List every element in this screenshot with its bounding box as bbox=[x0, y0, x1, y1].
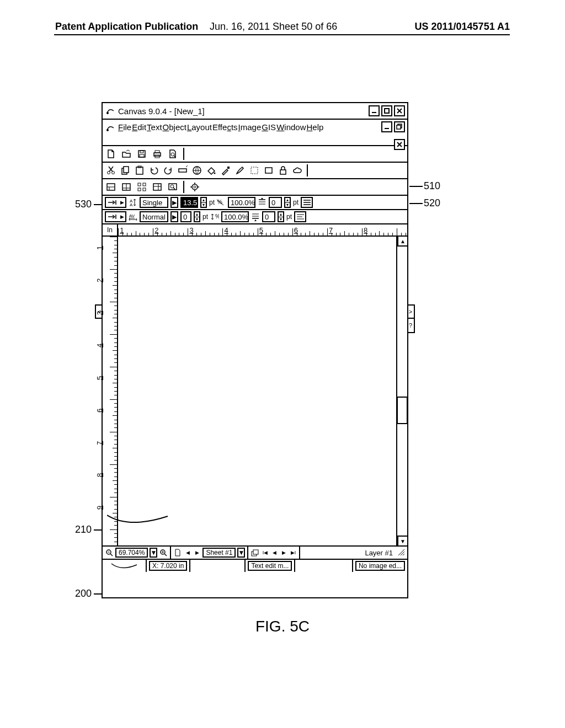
callout-530: 530 bbox=[75, 199, 92, 210]
eyedropper-icon[interactable] bbox=[221, 165, 231, 175]
menu-image[interactable]: Image bbox=[238, 122, 262, 132]
tracking-spinner[interactable]: ▲▼ bbox=[194, 211, 200, 222]
copy-icon[interactable] bbox=[120, 165, 130, 175]
open-icon[interactable] bbox=[121, 149, 131, 159]
paste-icon[interactable] bbox=[135, 165, 145, 175]
callout-210: 210 bbox=[75, 524, 92, 536]
layout-a-icon[interactable] bbox=[106, 182, 116, 192]
toolbar-edit bbox=[103, 163, 407, 179]
pub-left: Patent Application Publication bbox=[55, 21, 198, 32]
menu-bar: File Edit Text Object Layout Effects Ima… bbox=[103, 120, 407, 146]
height-pct-field[interactable]: 100.0% bbox=[221, 211, 249, 222]
fill-bucket-icon[interactable] bbox=[206, 165, 216, 175]
kerning-select[interactable]: Normal bbox=[140, 211, 168, 222]
menu-edit[interactable]: Edit bbox=[132, 122, 146, 132]
scroll-up-button[interactable]: ▲ bbox=[397, 237, 407, 247]
page-next-button[interactable]: ▶ bbox=[193, 549, 201, 556]
preview-icon[interactable] bbox=[168, 149, 178, 159]
layer-prev-button[interactable]: ◀ bbox=[270, 549, 278, 556]
svg-line-89 bbox=[403, 554, 404, 555]
tab-style-selector[interactable]: ▶ bbox=[105, 197, 126, 208]
select-icon[interactable] bbox=[249, 165, 259, 175]
indent-field[interactable]: 0 bbox=[269, 197, 282, 208]
svg-point-5 bbox=[106, 129, 109, 131]
spacing-select[interactable]: Single bbox=[140, 197, 168, 208]
menu-file[interactable]: File bbox=[118, 122, 131, 132]
layer-first-button[interactable]: I◀ bbox=[261, 549, 269, 556]
gears-icon[interactable] bbox=[190, 182, 200, 192]
pt-label-2: pt bbox=[293, 199, 299, 206]
indent2-spinner[interactable]: ▲▼ bbox=[278, 211, 284, 222]
doc-close-button[interactable] bbox=[394, 139, 405, 150]
help-handle[interactable]: ? bbox=[407, 319, 415, 333]
zoom-out-icon[interactable] bbox=[105, 548, 114, 558]
maximize-button[interactable] bbox=[381, 105, 392, 116]
page-prev-button[interactable]: ◀ bbox=[184, 549, 191, 556]
sheet-field[interactable]: Sheet #1 bbox=[202, 548, 236, 558]
link-icon[interactable] bbox=[178, 165, 188, 175]
minimize-button[interactable] bbox=[369, 105, 380, 116]
svg-rect-34 bbox=[280, 170, 286, 174]
rect-icon[interactable] bbox=[264, 165, 274, 175]
svg-rect-86 bbox=[253, 550, 258, 554]
scroll-down-button[interactable]: ▼ bbox=[397, 536, 407, 545]
justify-icon-2[interactable] bbox=[294, 211, 306, 222]
menu-object[interactable]: Object bbox=[163, 122, 186, 132]
tab-style-selector-2[interactable]: ▶ bbox=[105, 211, 126, 222]
print-icon[interactable] bbox=[152, 149, 162, 159]
cut-icon[interactable] bbox=[106, 165, 116, 175]
dropdown-icon[interactable]: ▶ bbox=[170, 211, 178, 222]
size-spinner[interactable]: ▲▼ bbox=[200, 197, 207, 208]
new-icon[interactable] bbox=[106, 149, 116, 159]
scroll-right-handle[interactable]: > bbox=[407, 304, 415, 319]
resize-grip-icon[interactable] bbox=[397, 548, 405, 558]
pt-label-4: pt bbox=[286, 213, 292, 221]
width-pct-field[interactable]: 100.0% bbox=[228, 197, 255, 208]
layers-icon[interactable] bbox=[250, 548, 259, 558]
menu-text[interactable]: Text bbox=[147, 122, 162, 132]
toolbar-separator bbox=[183, 181, 184, 193]
layer-last-button[interactable]: ▶I bbox=[289, 549, 297, 556]
tracking-field[interactable]: 0 bbox=[180, 211, 191, 222]
grid-icon[interactable] bbox=[137, 182, 147, 192]
zoom-in-icon[interactable] bbox=[159, 548, 168, 558]
title-bar: Canvas 9.0.4 - [New_1] bbox=[103, 103, 407, 120]
zoom-icon[interactable] bbox=[168, 182, 178, 192]
brush-icon[interactable] bbox=[235, 165, 245, 175]
dropdown-icon[interactable]: ▶ bbox=[170, 197, 178, 208]
layout-b-icon[interactable] bbox=[121, 182, 131, 192]
indent2-field[interactable]: 0 bbox=[262, 211, 275, 222]
menu-layout[interactable]: Layout bbox=[187, 122, 212, 132]
ruler-unit-label[interactable]: In bbox=[103, 224, 118, 235]
close-button[interactable] bbox=[394, 105, 405, 116]
menu-help[interactable]: Help bbox=[307, 122, 324, 132]
justify-icon[interactable] bbox=[301, 197, 313, 208]
cloud-icon[interactable] bbox=[292, 165, 302, 175]
svg-line-88 bbox=[401, 552, 404, 555]
layer-next-button[interactable]: ▶ bbox=[280, 549, 287, 556]
layout-c-icon[interactable] bbox=[152, 182, 162, 192]
globe-icon[interactable] bbox=[192, 165, 202, 175]
sheet-dropdown[interactable]: ▼ bbox=[237, 548, 245, 558]
undo-icon[interactable] bbox=[149, 165, 159, 175]
menu-gis[interactable]: GIS bbox=[262, 122, 276, 132]
size-field[interactable]: 13.5 bbox=[180, 197, 198, 208]
redo-icon[interactable] bbox=[163, 165, 173, 175]
page-icon[interactable] bbox=[173, 548, 182, 558]
menu-window[interactable]: Window bbox=[276, 122, 306, 132]
vscrollbar[interactable]: ▲ ▼ bbox=[396, 237, 407, 545]
doc-restore-button[interactable] bbox=[394, 121, 405, 132]
menu-effects[interactable]: Effects bbox=[212, 122, 238, 132]
lock-icon[interactable] bbox=[278, 165, 288, 175]
status-bar-1: 69.704% ▼ ◀ ▶ Sheet #1 ▼ I◀ ◀ ▶ ▶I Layer… bbox=[103, 545, 407, 559]
doc-minimize-button[interactable] bbox=[381, 121, 392, 132]
save-icon[interactable] bbox=[137, 149, 147, 159]
scroll-thumb[interactable] bbox=[397, 397, 408, 424]
canvas-area[interactable] bbox=[118, 237, 396, 545]
zoom-field[interactable]: 69.704% bbox=[115, 548, 148, 558]
window-title: Canvas 9.0.4 - [New_1] bbox=[118, 106, 205, 116]
status-bar-2: X: 7.020 in Text edit m... No image ed..… bbox=[103, 559, 407, 572]
indent-spinner[interactable]: ▲▼ bbox=[284, 197, 291, 208]
svg-text:AV: AV bbox=[129, 213, 135, 218]
zoom-dropdown[interactable]: ▼ bbox=[150, 548, 157, 558]
